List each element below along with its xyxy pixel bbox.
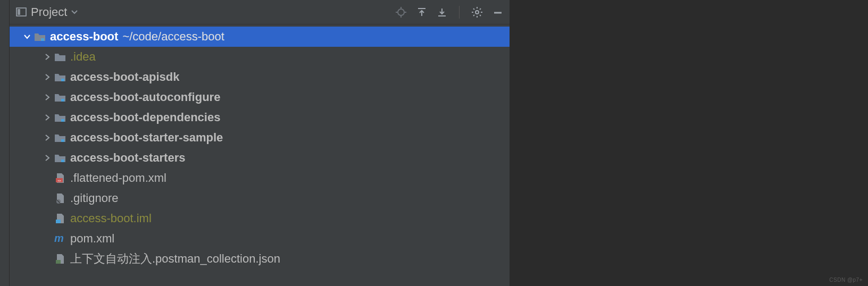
chevron-down-icon[interactable] — [21, 34, 33, 39]
tree-item-label: pom.xml — [70, 232, 114, 246]
tree-row[interactable]: access-boot.iml — [10, 208, 510, 229]
chevron-right-icon[interactable] — [41, 53, 53, 61]
collapse-all-icon[interactable] — [437, 7, 447, 18]
svg-point-9 — [475, 11, 479, 14]
svg-line-15 — [480, 15, 481, 16]
project-tree[interactable]: access-boot ~/code/access-boot .ideaacce… — [10, 24, 510, 286]
svg-text:m: m — [54, 233, 64, 244]
tree-row[interactable]: .idea — [10, 47, 510, 67]
minimize-icon[interactable] — [493, 7, 503, 18]
panel-layout-icon — [16, 7, 27, 16]
module-folder-icon — [53, 113, 67, 122]
tree-row[interactable]: access-boot-starter-sample — [10, 128, 510, 148]
tree-row[interactable]: 上下文自动注入.postman_collection.json — [10, 249, 510, 269]
gear-icon[interactable] — [471, 6, 483, 18]
locate-icon[interactable] — [395, 6, 407, 18]
panel-title-label: Project — [31, 5, 67, 19]
svg-rect-19 — [41, 38, 44, 41]
module-folder-icon — [33, 32, 47, 41]
tree-item-label: access-boot-apisdk — [70, 70, 179, 84]
tree-item-label: access-boot-dependencies — [70, 111, 220, 124]
module-folder-icon — [53, 72, 67, 82]
module-folder-icon — [53, 153, 67, 163]
iml-file-icon — [53, 213, 67, 224]
svg-rect-21 — [61, 99, 64, 102]
module-folder-icon — [53, 133, 67, 142]
left-gutter — [0, 0, 10, 286]
tree-row[interactable]: mpom.xml — [10, 229, 510, 249]
svg-point-0 — [398, 9, 404, 15]
tree-item-label: .idea — [70, 50, 96, 64]
chevron-right-icon[interactable] — [41, 73, 53, 81]
tree-row[interactable]: .gitignore — [10, 188, 510, 208]
tree-row[interactable]: access-boot-autoconfigure — [10, 87, 510, 107]
svg-line-17 — [480, 9, 481, 10]
svg-rect-22 — [61, 119, 64, 122]
tree-item-label: .flattened-pom.xml — [70, 171, 166, 185]
tree-root-row[interactable]: access-boot ~/code/access-boot — [10, 27, 510, 47]
chevron-down-icon — [71, 10, 78, 14]
svg-line-14 — [473, 9, 474, 10]
tree-item-label: access-boot-starter-sample — [70, 131, 223, 145]
chevron-right-icon[interactable] — [41, 94, 53, 101]
svg-rect-31 — [56, 260, 61, 264]
tree-item-label: 上下文自动注入.postman_collection.json — [70, 251, 280, 267]
tree-item-label: access-boot-autoconfigure — [70, 90, 220, 104]
tree-root-path: ~/code/access-boot — [122, 30, 224, 44]
svg-rect-29 — [56, 220, 61, 223]
editor-area: CSDN @p7+ — [510, 0, 868, 286]
panel-title-dropdown[interactable]: Project — [16, 5, 78, 19]
watermark-text: CSDN @p7+ — [829, 277, 863, 283]
tree-item-label: access-boot-starters — [70, 151, 185, 165]
xml-file-icon: <> — [53, 173, 67, 183]
header-divider — [459, 6, 460, 19]
tree-row[interactable]: <>.flattened-pom.xml — [10, 168, 510, 188]
svg-rect-20 — [61, 79, 64, 81]
module-folder-icon — [53, 92, 67, 102]
svg-rect-23 — [61, 139, 64, 142]
chevron-right-icon[interactable] — [41, 154, 53, 162]
svg-rect-24 — [61, 159, 64, 162]
svg-text:<>: <> — [57, 179, 62, 182]
tree-item-label: .gitignore — [70, 191, 119, 205]
json-file-icon — [53, 254, 67, 264]
panel-header-actions — [395, 6, 503, 19]
gitignore-file-icon — [53, 193, 67, 204]
chevron-right-icon[interactable] — [41, 114, 53, 121]
svg-line-16 — [473, 15, 474, 16]
tree-row[interactable]: access-boot-apisdk — [10, 67, 510, 87]
folder-icon — [53, 52, 67, 62]
panel-header: Project — [10, 0, 510, 24]
tree-row[interactable]: access-boot-starters — [10, 148, 510, 168]
tree-row[interactable]: access-boot-dependencies — [10, 107, 510, 128]
expand-all-icon[interactable] — [416, 7, 427, 18]
chevron-right-icon[interactable] — [41, 134, 53, 141]
maven-file-icon: m — [53, 233, 67, 244]
tree-item-label: access-boot.iml — [70, 212, 152, 225]
project-panel: Project — [10, 0, 510, 286]
tree-root-name: access-boot — [50, 30, 118, 44]
